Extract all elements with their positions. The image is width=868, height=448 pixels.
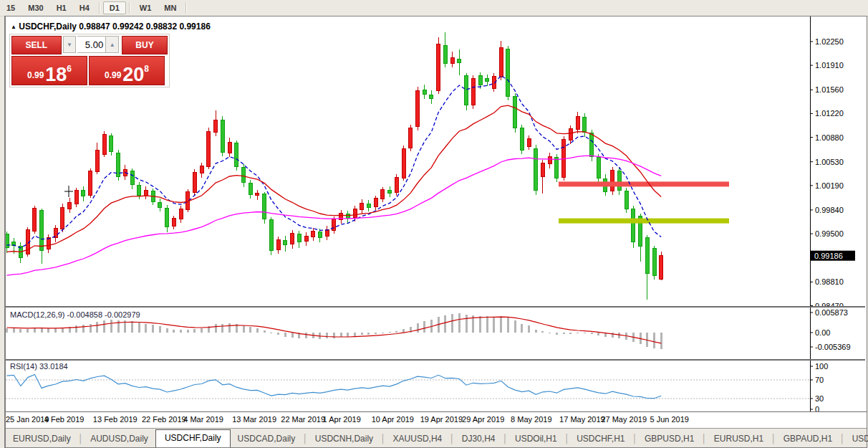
macd-bar xyxy=(361,333,363,335)
sell-button[interactable]: SELL xyxy=(11,36,62,54)
macd-bar xyxy=(228,323,231,333)
buy-button[interactable]: BUY xyxy=(122,36,168,54)
candle-body xyxy=(381,190,385,199)
candle-body xyxy=(513,96,517,128)
candle-body xyxy=(486,79,489,82)
candle-body xyxy=(318,232,322,237)
price-tick-label: 0.98470 xyxy=(815,302,844,307)
macd-bar xyxy=(131,321,133,333)
macd-bar xyxy=(159,326,161,333)
chart-tab-gbpusd-h1[interactable]: GBPUSD,H1 xyxy=(637,431,701,447)
chart-tab-eurusd-h1[interactable]: EURUSD,H1 xyxy=(707,431,771,447)
candle-body xyxy=(312,231,315,237)
macd-bar xyxy=(612,333,614,338)
macd-indicator-label: MACD(12,26,9) -0.004858 -0.002979 xyxy=(10,310,140,319)
candle-body xyxy=(660,256,663,280)
one-click-trade-panel: SELL ▼ 5.00 ▲ BUY 0.99 18 6 0.99 20 8 xyxy=(9,34,170,87)
chart-tab-usdoil-h1[interactable]: USDOil,H1 xyxy=(508,431,564,447)
chart-tab-usdcnh-daily[interactable]: USDCNH,Daily xyxy=(308,431,380,447)
chart-tab-eurusd-daily[interactable]: EURUSD,Daily xyxy=(6,431,78,447)
timeframe-button-d1[interactable]: D1 xyxy=(103,1,126,14)
macd-bar xyxy=(90,324,92,333)
macd-bar xyxy=(521,324,523,333)
price-tick-label: 1.01910 xyxy=(815,61,844,70)
timeframe-button-m30[interactable]: M30 xyxy=(21,1,49,14)
volume-input[interactable]: 5.00 xyxy=(77,36,105,53)
macd-bar xyxy=(6,328,8,333)
tab-separator: │ xyxy=(380,434,386,447)
date-tick-label: 27 May 2019 xyxy=(601,415,647,424)
chart-tab-xauusd-h4[interactable]: XAUUSD,H4 xyxy=(386,431,450,447)
price-tick-label: 0.98810 xyxy=(815,277,844,286)
rsi-tick-label: 70 xyxy=(815,376,824,384)
timeframe-button-h1[interactable]: H1 xyxy=(50,1,73,14)
chart-tab-usdjp[interactable]: USDJP xyxy=(845,431,868,447)
candle-body xyxy=(304,236,308,242)
candle-body xyxy=(625,191,628,209)
rsi-tick-label: 30 xyxy=(815,394,824,403)
macd-bar xyxy=(145,324,147,333)
current-price-label: 0.99186 xyxy=(814,252,843,260)
ask-quote-button[interactable]: 0.99 20 8 xyxy=(89,56,165,85)
macd-bar xyxy=(549,333,551,333)
candle-body xyxy=(450,57,454,63)
candle-body xyxy=(499,48,503,77)
rsi-pane[interactable]: 10070300 xyxy=(6,359,865,411)
candle-body xyxy=(256,194,259,196)
macd-bar xyxy=(173,330,175,333)
macd-bar xyxy=(660,333,662,349)
macd-bar xyxy=(193,329,196,333)
chart-tab-gbpaud-h1[interactable]: GBPAUD,H1 xyxy=(776,431,839,447)
macd-bar xyxy=(75,325,77,333)
price-tick-label: 0.99840 xyxy=(815,206,844,214)
bid-quote-button[interactable]: 0.99 18 6 xyxy=(11,56,87,85)
candle-body xyxy=(40,211,44,251)
candle-body xyxy=(632,209,635,242)
macd-bar xyxy=(569,333,572,334)
candle-body xyxy=(130,171,134,185)
date-tick-label: 19 Apr 2019 xyxy=(420,415,463,424)
candle-body xyxy=(548,157,551,164)
macd-bar xyxy=(187,330,189,333)
rsi-indicator-label: RSI(14) 33.0184 xyxy=(10,362,68,371)
candle-body xyxy=(527,139,531,147)
candle-body xyxy=(402,148,405,178)
macd-bar xyxy=(180,330,182,333)
volume-up-button[interactable]: ▲ xyxy=(105,36,119,53)
macd-bar xyxy=(249,327,251,333)
macd-bar xyxy=(19,329,21,333)
candle-body xyxy=(33,208,37,231)
candle-body xyxy=(437,44,440,90)
chart-tab-usdcad-daily[interactable]: USDCAD,Daily xyxy=(231,431,303,447)
candle-body xyxy=(95,150,99,171)
candle-body xyxy=(443,46,447,63)
toolbar-separator xyxy=(99,2,100,14)
macd-bar xyxy=(347,333,349,337)
macd-bar xyxy=(389,332,391,333)
macd-bar xyxy=(479,316,481,333)
chart-tab-usdchf-h1[interactable]: USDCHF,H1 xyxy=(569,431,632,447)
timeframe-button-h4[interactable]: H4 xyxy=(73,1,96,14)
macd-bar xyxy=(514,320,516,333)
timeframe-button-w1[interactable]: W1 xyxy=(133,1,158,14)
candle-body xyxy=(249,184,252,195)
tab-separator: │ xyxy=(502,434,508,447)
timeframe-button-15[interactable]: 15 xyxy=(0,1,21,14)
macd-bar xyxy=(395,331,397,333)
chart-tab-audusd-daily[interactable]: AUDUSD,Daily xyxy=(83,431,155,447)
macd-bar xyxy=(653,333,655,348)
candle-body xyxy=(416,90,420,127)
price-tick-label: 1.01220 xyxy=(815,109,844,118)
date-tick-label: 13 Mar 2019 xyxy=(232,415,276,424)
volume-down-button[interactable]: ▼ xyxy=(63,36,77,53)
chart-tab-usdchf-daily[interactable]: USDCHF,Daily xyxy=(155,429,231,447)
macd-bar xyxy=(26,329,29,333)
candle-body xyxy=(458,59,461,62)
candle-body xyxy=(172,219,175,227)
timeframe-button-mn[interactable]: MN xyxy=(158,1,183,14)
chart-tab-dj30-h4[interactable]: DJ30,H4 xyxy=(455,431,503,447)
ask-main-digits: 20 xyxy=(122,67,144,82)
candle-body xyxy=(555,158,559,178)
candle-body xyxy=(221,120,224,152)
timeframe-toolbar: 15M30H1H4D1W1MN xyxy=(0,0,868,16)
